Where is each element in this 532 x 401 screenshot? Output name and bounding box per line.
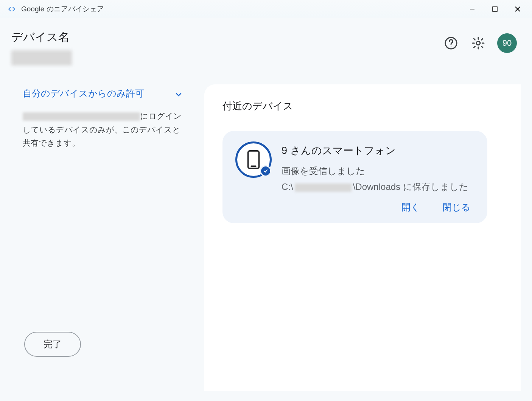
device-card: 9 さんのスマートフォン 画像を受信しました C:\\Downloads に保存… (222, 131, 487, 223)
device-card-title: 9 さんのスマートフォン (282, 144, 474, 157)
account-avatar[interactable]: 90 (497, 33, 517, 53)
device-name-value-redacted (11, 50, 72, 65)
window-title: Google のニアバイシェア (21, 4, 104, 14)
header-actions: 90 (443, 33, 517, 53)
minimize-button[interactable] (461, 0, 484, 18)
close-window-button[interactable] (506, 0, 529, 18)
svg-point-5 (451, 46, 451, 47)
device-card-path: C:\\Downloads に保存しました (282, 181, 474, 193)
device-avatar (235, 141, 272, 178)
sidebar: 自分のデバイスからのみ許可 にログインしているデバイスのみが、このデバイスと共有… (11, 84, 193, 391)
nearby-devices-heading: 付近のデバイス (222, 99, 502, 113)
chevron-down-icon (176, 88, 182, 99)
visibility-label: 自分のデバイスからのみ許可 (23, 87, 144, 99)
path-prefix: C:\ (282, 182, 293, 192)
visibility-description: にログインしているデバイスのみが、このデバイスと共有できます。 (23, 109, 182, 150)
content: 自分のデバイスからのみ許可 にログインしているデバイスのみが、このデバイスと共有… (0, 65, 532, 391)
redacted-path-segment (295, 183, 352, 192)
device-card-status: 画像を受信しました (282, 165, 474, 177)
titlebar: Google のニアバイシェア (0, 0, 532, 18)
device-name-label: デバイス名 (11, 30, 72, 45)
header: デバイス名 90 (0, 18, 532, 65)
done-button[interactable]: 完了 (24, 332, 81, 357)
settings-button[interactable] (470, 35, 487, 51)
main-panel: 付近のデバイス 9 さんのスマートフォン 画像を受信しました C:\\Downl… (204, 84, 521, 391)
visibility-dropdown[interactable]: 自分のデバイスからのみ許可 (23, 84, 182, 109)
open-button[interactable]: 開く (401, 201, 420, 213)
nearby-share-icon (8, 5, 16, 13)
svg-point-6 (476, 41, 480, 45)
svg-rect-1 (493, 7, 497, 11)
path-suffix: \Downloads に保存しました (353, 182, 468, 192)
close-button[interactable]: 閉じる (443, 201, 471, 213)
redacted-account (23, 112, 140, 121)
check-badge-icon (260, 165, 271, 177)
device-name-block: デバイス名 (11, 30, 72, 65)
help-button[interactable] (443, 35, 459, 51)
smartphone-icon (247, 150, 260, 169)
maximize-button[interactable] (484, 0, 506, 18)
